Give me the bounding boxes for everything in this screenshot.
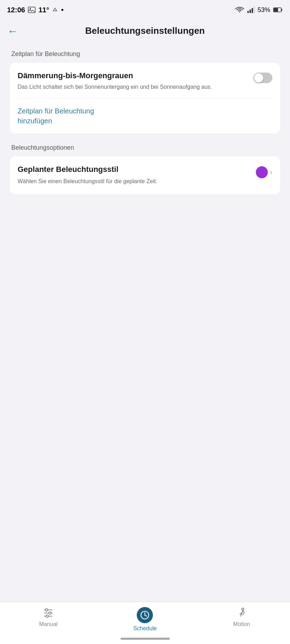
section-label-zeitplan: Zeitplan für Beleuchtung (11, 50, 280, 58)
nav-item-manual[interactable]: Manual (31, 607, 66, 627)
svg-rect-0 (28, 7, 35, 13)
main-content: Zeitplan für Beleuchtung Dämmerung-bis-M… (0, 43, 290, 212)
signal-icon (247, 7, 255, 13)
option-right-beleuchtungsstil: › (256, 166, 272, 178)
color-dot-beleuchtungsstil (256, 166, 268, 178)
nav-label-motion: Motion (233, 621, 250, 627)
status-right: 53% (235, 6, 283, 14)
schedule-icon-bg (137, 607, 153, 623)
toggle-row-daemmerung: Dämmerung-bis-Morgengrauen Das Licht sch… (10, 63, 280, 98)
svg-rect-8 (281, 9, 282, 11)
section-label-optionen: Beleuchtungsoptionen (11, 144, 280, 151)
status-dot: • (61, 6, 63, 14)
option-title-beleuchtungsstil: Geplanter Beleuchtungsstil (18, 165, 250, 174)
status-temp: 11° (38, 6, 49, 14)
nav-item-motion[interactable]: Motion (224, 607, 259, 627)
svg-line-17 (145, 615, 147, 616)
svg-rect-7 (274, 8, 278, 12)
svg-point-14 (46, 615, 49, 618)
nav-item-schedule[interactable]: Schedule (127, 607, 162, 632)
option-desc-beleuchtungsstil: Wählen Sie einen Beleuchtungsstil für di… (18, 178, 250, 185)
battery-icon (273, 7, 283, 13)
status-bar: 12:06 11° • 53% (0, 0, 290, 18)
page-title: Beleuchtungseinstellungen (85, 25, 205, 36)
svg-rect-3 (249, 10, 251, 13)
svg-rect-2 (247, 11, 249, 13)
add-schedule-link[interactable]: Zeitplan für Beleuchtunghinzufügen (10, 98, 280, 134)
svg-rect-5 (254, 7, 255, 13)
nav-label-manual: Manual (39, 621, 57, 627)
back-button[interactable]: ← (7, 25, 18, 37)
temp-arrow-icon (52, 7, 58, 12)
svg-point-10 (45, 609, 48, 611)
toggle-switch-daemmerung[interactable] (253, 73, 272, 83)
chevron-icon: › (270, 168, 272, 177)
wifi-icon (235, 6, 244, 13)
svg-point-1 (30, 8, 31, 10)
status-battery: 53% (258, 6, 270, 14)
card-daemmerung: Dämmerung-bis-Morgengrauen Das Licht sch… (10, 63, 280, 134)
toggle-title-daemmerung: Dämmerung-bis-Morgengrauen (18, 71, 246, 80)
add-link-text: Zeitplan für Beleuchtunghinzufügen (18, 106, 272, 126)
toggle-desc-daemmerung: Das Licht schaltet sich bei Sonnenunterg… (18, 83, 246, 91)
person-running-icon (236, 607, 248, 619)
nav-label-schedule: Schedule (133, 625, 157, 632)
status-left: 12:06 11° • (7, 6, 63, 14)
page-header: ← Beleuchtungseinstellungen (0, 18, 290, 43)
bottom-home-indicator (121, 638, 170, 640)
status-time: 12:06 (7, 6, 25, 14)
sliders-icon (42, 607, 54, 619)
section-beleuchtungsoptionen: Beleuchtungsoptionen Geplanter Beleuchtu… (10, 144, 280, 194)
option-row-beleuchtungsstil: Geplanter Beleuchtungsstil Wählen Sie ei… (10, 156, 280, 194)
card-beleuchtungsstil[interactable]: Geplanter Beleuchtungsstil Wählen Sie ei… (10, 156, 280, 194)
svg-point-12 (49, 612, 51, 614)
gallery-icon (28, 7, 36, 13)
section-zeitplan: Zeitplan für Beleuchtung Dämmerung-bis-M… (10, 50, 280, 134)
svg-rect-4 (252, 8, 253, 13)
clock-icon (140, 610, 150, 620)
